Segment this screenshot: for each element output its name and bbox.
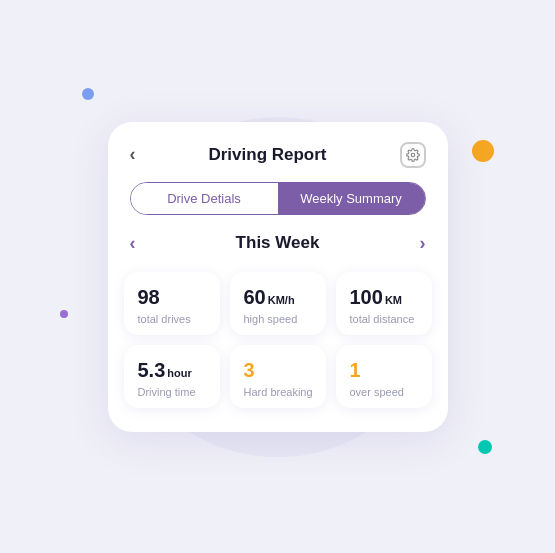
stat-value-total-distance: 100 KM [350,286,422,309]
stat-label-over-speed: over speed [350,386,422,398]
dot-orange [472,140,494,162]
week-label: This Week [236,233,320,253]
stat-value-high-speed: 60 KM/h [244,286,316,309]
tab-row: Drive Detials Weekly Summary [130,182,426,215]
stat-label-high-speed: high speed [244,313,316,325]
stats-grid: 98 total drives 60 KM/h high speed 100 K… [108,272,448,408]
stat-value-over-speed: 1 [350,359,422,382]
gear-icon [406,148,420,162]
stat-value-total-drives: 98 [138,286,210,309]
dot-purple [60,310,68,318]
next-week-button[interactable]: › [420,233,426,254]
stat-label-driving-time: Driving time [138,386,210,398]
stat-label-total-distance: total distance [350,313,422,325]
stat-hard-breaking: 3 Hard breaking [230,345,326,408]
dot-teal [478,440,492,454]
stat-total-distance: 100 KM total distance [336,272,432,335]
svg-point-0 [411,153,415,157]
stat-high-speed: 60 KM/h high speed [230,272,326,335]
page-title: Driving Report [208,145,326,165]
card-header: ‹ Driving Report [108,122,448,182]
back-button[interactable]: ‹ [130,144,136,165]
prev-week-button[interactable]: ‹ [130,233,136,254]
dot-blue [82,88,94,100]
stat-value-hard-breaking: 3 [244,359,316,382]
stat-driving-time: 5.3 hour Driving time [124,345,220,408]
settings-button[interactable] [400,142,426,168]
tab-weekly-summary[interactable]: Weekly Summary [278,183,425,214]
stat-value-driving-time: 5.3 hour [138,359,210,382]
stat-over-speed: 1 over speed [336,345,432,408]
stat-label-total-drives: total drives [138,313,210,325]
tab-drive-details[interactable]: Drive Detials [131,183,278,214]
stat-total-drives: 98 total drives [124,272,220,335]
driving-report-card: ‹ Driving Report Drive Detials Weekly Su… [108,122,448,432]
stat-label-hard-breaking: Hard breaking [244,386,316,398]
week-navigation: ‹ This Week › [108,233,448,254]
